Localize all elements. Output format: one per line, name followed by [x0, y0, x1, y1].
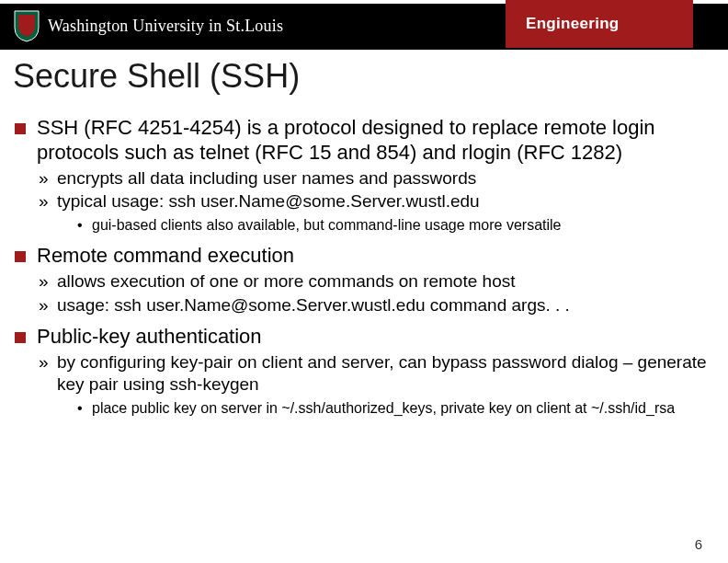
bullet-1-text: SSH (RFC 4251-4254) is a protocol design… [13, 116, 711, 166]
bullet-3: Public-key authentication [13, 325, 711, 350]
square-bullet-icon [15, 251, 26, 262]
bullet-3-sub-1a: place public key on server in ~/.ssh/aut… [13, 399, 711, 418]
bullet-2-sub-1: allows execution of one or more commands… [13, 270, 711, 293]
bullet-3-sub-1: by configuring key-pair on client and se… [13, 351, 711, 396]
engineering-box: Engineering [506, 0, 693, 48]
bullet-2-sub-2: usage: ssh user.Name@some.Server.wustl.e… [13, 294, 711, 316]
bullet-1: SSH (RFC 4251-4254) is a protocol design… [13, 116, 711, 166]
page-number: 6 [695, 536, 702, 552]
bullet-1-sub-2a: gui-based clients also available, but co… [13, 216, 711, 235]
bullet-1-sub-1: encrypts all data including user names a… [13, 167, 711, 190]
bullet-2-label: Remote command execution [37, 244, 294, 267]
bullet-3-text: Public-key authentication [13, 325, 711, 350]
engineering-label: Engineering [526, 15, 620, 33]
square-bullet-icon [15, 123, 26, 134]
slide: Engineering Washington University in St.… [0, 0, 728, 563]
bullet-2-text: Remote command execution [13, 244, 711, 269]
bullet-3-label: Public-key authentication [37, 325, 262, 348]
slide-title: Secure Shell (SSH) [13, 57, 300, 96]
square-bullet-icon [15, 332, 26, 343]
shield-icon [13, 9, 40, 42]
logo-text: Washington University in St.Louis [48, 17, 283, 36]
bullet-1-label: SSH (RFC 4251-4254) is a protocol design… [37, 116, 655, 164]
bullet-2: Remote command execution [13, 244, 711, 269]
university-logo: Washington University in St.Louis [13, 6, 283, 46]
bullet-1-sub-2: typical usage: ssh user.Name@some.Server… [13, 190, 711, 213]
slide-content: SSH (RFC 4251-4254) is a protocol design… [13, 109, 711, 418]
